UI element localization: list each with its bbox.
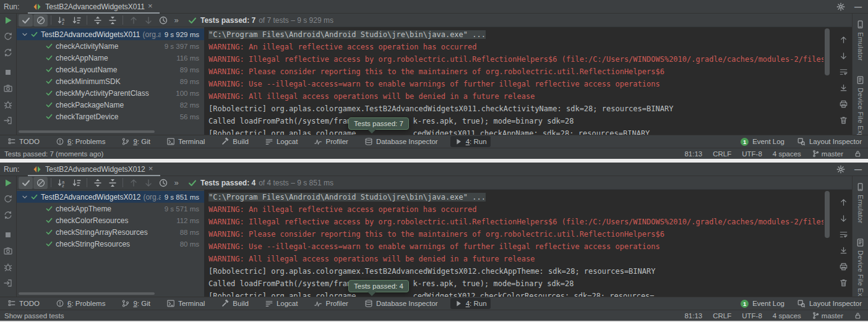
tree-scrollbar-thumb[interactable] [19,130,155,133]
bug-icon[interactable] [3,262,13,272]
camera-icon[interactable] [3,83,13,93]
arrow-down-button[interactable] [141,14,155,27]
scroll-end-icon[interactable] [839,246,848,255]
tool-strip-button-emulator[interactable]: Emulator [856,182,865,223]
lock-icon[interactable] [854,311,862,320]
check-button[interactable] [19,14,33,27]
test-method-row[interactable]: checkActivityName9 s 397 ms [17,40,204,52]
hide-tool-window-icon[interactable]: — [854,2,862,11]
tool-window-button-todo[interactable]: TODO [4,136,43,147]
stop-icon[interactable] [3,67,13,77]
console-output[interactable]: "C:\Program Files\Android\Android Studio… [205,190,852,297]
printer-icon[interactable] [839,100,848,109]
git-branch-widget[interactable]: master [812,150,843,158]
clock-button[interactable] [156,14,170,27]
test-method-row[interactable]: checkStringResources80 ms [17,238,204,250]
status-caret-position[interactable]: 81:13 [684,150,702,158]
collapse-all-button[interactable] [105,177,119,189]
soft-wrap-icon[interactable] [839,67,848,77]
rerun-icon[interactable] [3,194,13,204]
run-config-tab[interactable]: TestB2AdvancedWidgetsX012 × [28,163,160,176]
arrow-up-icon[interactable] [839,198,848,207]
arrow-up-icon[interactable] [839,35,848,44]
scroll-end-icon[interactable] [839,83,848,93]
arrow-down-icon[interactable] [839,51,848,61]
tool-window-button-git[interactable]: 9: Git [118,136,154,147]
tool-window-button-run[interactable]: 4: Run [450,298,491,309]
tool-window-button-layout-inspector[interactable]: Layout Inspector [797,137,862,146]
tool-window-button-layout-inspector[interactable]: Layout Inspector [797,299,862,308]
expand-all-button[interactable] [90,177,105,189]
test-method-row[interactable]: checkAppTheme9 s 571 ms [17,203,204,214]
expand-all-button[interactable] [90,14,105,27]
status-line-ending[interactable]: CRLF [713,312,731,320]
tree-scrollbar-thumb[interactable] [19,292,155,295]
tool-strip-button-emulator[interactable]: Emulator [856,20,865,61]
arrow-down-button[interactable] [141,177,155,189]
status-caret-position[interactable]: 81:13 [684,312,702,320]
check-button[interactable] [19,177,33,189]
test-method-row[interactable]: checkTargetDevice56 ms [17,111,204,122]
sort-time-button[interactable] [69,14,84,27]
tool-window-button-logcat[interactable]: Logcat [261,136,302,147]
tool-strip-button-device-file-explorer[interactable]: Device File Explorer [856,238,865,297]
tool-window-button-run[interactable]: 4: Run [450,136,491,147]
hide-tool-window-icon[interactable]: — [854,165,862,174]
test-method-row[interactable]: checkMyActivityParentClass100 ms [17,87,204,99]
close-tab-icon[interactable]: × [148,2,155,11]
tool-window-button-event-log[interactable]: 1Event Log [741,138,784,146]
tool-window-button-terminal[interactable]: Terminal [163,136,208,147]
console-output[interactable]: "C:\Program Files\Android\Android Studio… [205,27,852,135]
gear-icon[interactable] [836,164,846,174]
import-tests-icon[interactable] [3,116,13,125]
test-method-row[interactable]: checkPackageName82 ms [17,99,204,111]
camera-icon[interactable] [3,246,13,256]
status-encoding[interactable]: UTF-8 [742,150,762,158]
trash-icon[interactable] [839,278,848,287]
test-method-row[interactable]: checkLayoutName89 ms [17,64,204,75]
tool-window-button-profiler[interactable]: Profiler [310,136,351,147]
slash-circle-button[interactable] [33,14,48,27]
arrow-down-icon[interactable] [839,214,848,223]
test-suite-row[interactable]: TestB2AdvancedWidgetsX012(org.a9 s 851 m… [17,191,204,203]
collapse-all-button[interactable] [105,14,119,27]
chev-down-icon[interactable] [20,30,29,39]
arrow-up-button[interactable] [126,14,140,27]
tool-window-button-problems[interactable]: 6: Problems [52,298,109,309]
rerun-icon[interactable] [3,32,13,41]
console-scrollbar-thumb[interactable] [825,191,830,238]
status-indent-size[interactable]: 4 spaces [773,150,801,158]
tool-strip-button-device-file-explorer[interactable]: Device File Explorer [856,75,865,135]
test-method-row[interactable]: checkAppName116 ms [17,52,204,64]
test-method-row[interactable]: checkMinimumSDK89 ms [17,75,204,87]
rerun-failed-icon[interactable] [3,48,13,57]
tool-window-button-git[interactable]: 9: Git [118,298,154,309]
trash-icon[interactable] [839,116,848,125]
tool-window-button-build[interactable]: Build [217,298,252,309]
run-config-tab[interactable]: TestB2AdvancedWidgetsX011 × [28,0,160,14]
printer-icon[interactable] [839,262,848,271]
arrow-up-button[interactable] [126,177,140,189]
lock-icon[interactable] [854,150,862,158]
status-encoding[interactable]: UTF-8 [742,312,762,320]
play-icon[interactable] [3,15,13,25]
status-line-ending[interactable]: CRLF [713,150,731,158]
more-button[interactable]: » [171,14,182,27]
close-tab-icon[interactable]: × [148,165,156,174]
stop-icon[interactable] [3,230,13,240]
bug-icon[interactable] [3,100,13,109]
tool-window-button-build[interactable]: Build [217,136,252,147]
status-indent-size[interactable]: 4 spaces [773,312,801,320]
test-suite-row[interactable]: TestB2AdvancedWidgetsX011(org.a9 s 929 m… [17,28,204,40]
git-branch-widget[interactable]: master [812,311,843,320]
sort-alpha-button[interactable]: az [54,14,69,27]
more-button[interactable]: » [171,177,182,189]
test-method-row[interactable]: checkStringArrayResources88 ms [17,226,204,238]
tool-window-button-event-log[interactable]: 1Event Log [741,300,784,308]
tool-window-button-problems[interactable]: 6: Problems [52,136,109,147]
import-tests-icon[interactable] [3,278,13,288]
sort-time-button[interactable] [69,177,84,189]
tool-window-button-todo[interactable]: TODO [4,298,43,309]
test-method-row[interactable]: checkColorResources112 ms [17,214,204,226]
slash-circle-button[interactable] [33,177,48,189]
